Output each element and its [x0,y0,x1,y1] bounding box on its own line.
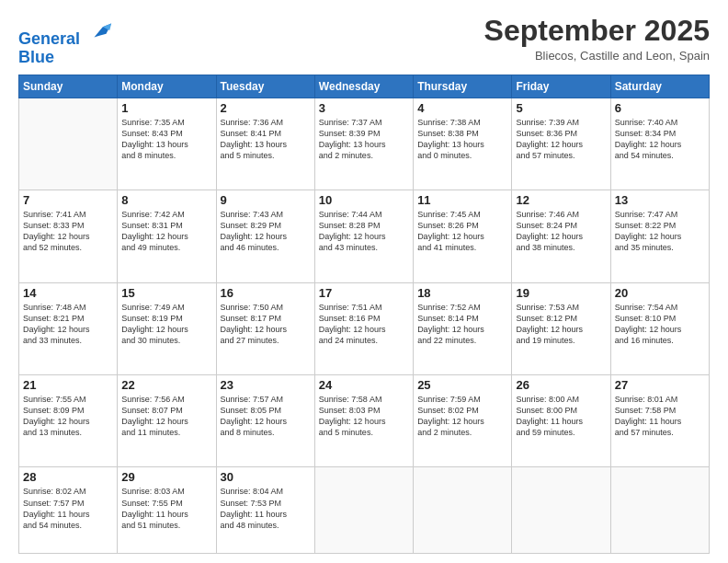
day-info: Sunrise: 7:47 AM Sunset: 8:22 PM Dayligh… [615,209,705,254]
calendar-cell: 5Sunrise: 7:39 AM Sunset: 8:36 PM Daylig… [512,98,610,190]
calendar-cell: 15Sunrise: 7:49 AM Sunset: 8:19 PM Dayli… [118,282,216,374]
day-info: Sunrise: 7:52 AM Sunset: 8:14 PM Dayligh… [417,302,507,347]
day-info: Sunrise: 7:40 AM Sunset: 8:34 PM Dayligh… [615,117,705,162]
day-info: Sunrise: 7:41 AM Sunset: 8:33 PM Dayligh… [23,209,113,254]
day-number: 17 [319,286,409,300]
calendar-header-saturday: Saturday [610,75,709,98]
day-number: 11 [417,193,507,207]
calendar-week-5: 28Sunrise: 8:02 AM Sunset: 7:57 PM Dayli… [19,467,710,554]
day-number: 23 [221,378,311,392]
day-number: 24 [319,378,409,392]
calendar-cell: 4Sunrise: 7:38 AM Sunset: 8:38 PM Daylig… [414,98,512,190]
day-number: 3 [319,101,409,115]
day-number: 4 [417,101,507,115]
calendar-header-wednesday: Wednesday [314,75,413,98]
logo-bird-icon [87,18,113,44]
calendar-header-monday: Monday [118,75,216,98]
day-info: Sunrise: 7:43 AM Sunset: 8:29 PM Dayligh… [221,209,311,254]
day-info: Sunrise: 7:42 AM Sunset: 8:31 PM Dayligh… [121,209,211,254]
day-info: Sunrise: 7:53 AM Sunset: 8:12 PM Dayligh… [516,302,606,347]
day-number: 26 [516,378,606,392]
day-info: Sunrise: 8:02 AM Sunset: 7:57 PM Dayligh… [23,486,113,531]
calendar-cell: 24Sunrise: 7:58 AM Sunset: 8:03 PM Dayli… [314,375,413,467]
calendar-week-3: 14Sunrise: 7:48 AM Sunset: 8:21 PM Dayli… [19,282,710,374]
day-info: Sunrise: 7:39 AM Sunset: 8:36 PM Dayligh… [516,117,606,162]
day-info: Sunrise: 7:55 AM Sunset: 8:09 PM Dayligh… [23,394,113,439]
day-info: Sunrise: 8:01 AM Sunset: 7:58 PM Dayligh… [615,394,705,439]
calendar-header-thursday: Thursday [414,75,512,98]
title-block: September 2025 Bliecos, Castille and Leo… [484,15,710,63]
day-info: Sunrise: 7:38 AM Sunset: 8:38 PM Dayligh… [417,117,507,162]
day-info: Sunrise: 8:04 AM Sunset: 7:53 PM Dayligh… [221,486,311,531]
day-number: 6 [615,101,705,115]
calendar-cell: 2Sunrise: 7:36 AM Sunset: 8:41 PM Daylig… [216,98,314,190]
day-number: 25 [417,378,507,392]
calendar-cell: 20Sunrise: 7:54 AM Sunset: 8:10 PM Dayli… [610,282,709,374]
calendar-header-tuesday: Tuesday [216,75,314,98]
day-info: Sunrise: 7:44 AM Sunset: 8:28 PM Dayligh… [319,209,409,254]
day-number: 19 [516,286,606,300]
day-number: 21 [23,378,113,392]
day-number: 28 [23,470,113,484]
day-info: Sunrise: 7:56 AM Sunset: 8:07 PM Dayligh… [121,394,211,439]
calendar-cell: 30Sunrise: 8:04 AM Sunset: 7:53 PM Dayli… [216,467,314,554]
header: General Blue September 2025 Bliecos, Cas… [18,15,710,67]
day-number: 22 [121,378,211,392]
calendar-cell: 17Sunrise: 7:51 AM Sunset: 8:16 PM Dayli… [314,282,413,374]
day-number: 20 [615,286,705,300]
day-number: 5 [516,101,606,115]
day-info: Sunrise: 7:36 AM Sunset: 8:41 PM Dayligh… [221,117,311,162]
calendar-week-1: 1Sunrise: 7:35 AM Sunset: 8:43 PM Daylig… [19,98,710,190]
day-number: 2 [221,101,311,115]
calendar-cell: 11Sunrise: 7:45 AM Sunset: 8:26 PM Dayli… [414,190,512,282]
calendar-cell [414,467,512,554]
day-number: 18 [417,286,507,300]
day-info: Sunrise: 7:46 AM Sunset: 8:24 PM Dayligh… [516,209,606,254]
calendar-cell: 1Sunrise: 7:35 AM Sunset: 8:43 PM Daylig… [118,98,216,190]
calendar-cell [610,467,709,554]
day-info: Sunrise: 7:49 AM Sunset: 8:19 PM Dayligh… [121,302,211,347]
calendar-cell [19,98,118,190]
page: General Blue September 2025 Bliecos, Cas… [0,0,728,563]
day-number: 29 [121,470,211,484]
day-number: 13 [615,193,705,207]
day-info: Sunrise: 7:50 AM Sunset: 8:17 PM Dayligh… [221,302,311,347]
day-info: Sunrise: 7:57 AM Sunset: 8:05 PM Dayligh… [221,394,311,439]
day-info: Sunrise: 7:48 AM Sunset: 8:21 PM Dayligh… [23,302,113,347]
day-number: 14 [23,286,113,300]
calendar-cell: 29Sunrise: 8:03 AM Sunset: 7:55 PM Dayli… [118,467,216,554]
day-number: 8 [121,193,211,207]
calendar-header-row: SundayMondayTuesdayWednesdayThursdayFrid… [19,75,710,98]
subtitle: Bliecos, Castille and Leon, Spain [484,49,710,63]
calendar-cell: 16Sunrise: 7:50 AM Sunset: 8:17 PM Dayli… [216,282,314,374]
day-number: 15 [121,286,211,300]
main-title: September 2025 [484,15,710,47]
day-info: Sunrise: 7:58 AM Sunset: 8:03 PM Dayligh… [319,394,409,439]
logo: General Blue [18,18,113,67]
calendar-cell: 28Sunrise: 8:02 AM Sunset: 7:57 PM Dayli… [19,467,118,554]
day-number: 12 [516,193,606,207]
calendar-cell: 27Sunrise: 8:01 AM Sunset: 7:58 PM Dayli… [610,375,709,467]
calendar-cell: 12Sunrise: 7:46 AM Sunset: 8:24 PM Dayli… [512,190,610,282]
calendar-header-sunday: Sunday [19,75,118,98]
day-info: Sunrise: 7:59 AM Sunset: 8:02 PM Dayligh… [417,394,507,439]
day-number: 27 [615,378,705,392]
calendar-header-friday: Friday [512,75,610,98]
calendar-cell: 9Sunrise: 7:43 AM Sunset: 8:29 PM Daylig… [216,190,314,282]
calendar-cell: 10Sunrise: 7:44 AM Sunset: 8:28 PM Dayli… [314,190,413,282]
calendar-cell: 26Sunrise: 8:00 AM Sunset: 8:00 PM Dayli… [512,375,610,467]
calendar-table: SundayMondayTuesdayWednesdayThursdayFrid… [18,75,710,554]
logo-general: General [18,29,80,48]
day-number: 1 [121,101,211,115]
day-info: Sunrise: 7:35 AM Sunset: 8:43 PM Dayligh… [121,117,211,162]
calendar-cell: 18Sunrise: 7:52 AM Sunset: 8:14 PM Dayli… [414,282,512,374]
calendar-cell: 21Sunrise: 7:55 AM Sunset: 8:09 PM Dayli… [19,375,118,467]
calendar-cell: 22Sunrise: 7:56 AM Sunset: 8:07 PM Dayli… [118,375,216,467]
calendar-week-2: 7Sunrise: 7:41 AM Sunset: 8:33 PM Daylig… [19,190,710,282]
calendar-cell: 3Sunrise: 7:37 AM Sunset: 8:39 PM Daylig… [314,98,413,190]
day-number: 16 [221,286,311,300]
day-number: 9 [221,193,311,207]
calendar-cell: 19Sunrise: 7:53 AM Sunset: 8:12 PM Dayli… [512,282,610,374]
calendar-cell: 14Sunrise: 7:48 AM Sunset: 8:21 PM Dayli… [19,282,118,374]
calendar-cell: 25Sunrise: 7:59 AM Sunset: 8:02 PM Dayli… [414,375,512,467]
